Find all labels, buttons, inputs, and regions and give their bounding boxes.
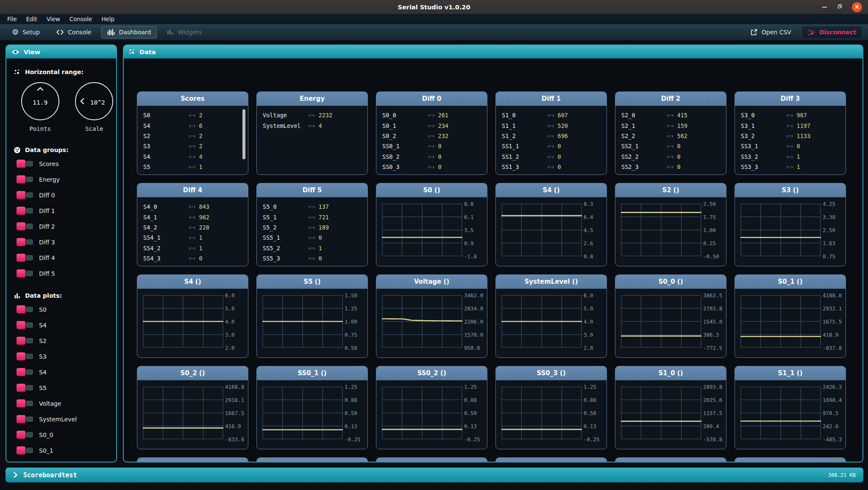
plot-grid: [621, 387, 701, 439]
plot-area: [262, 387, 343, 439]
toggle-switch[interactable]: [17, 384, 33, 392]
card-partial: S1_2 (): [137, 457, 248, 462]
card-body: S3_0‹··›967S3_1‹··›1197S3_2‹··›1133SS3_1…: [735, 106, 846, 174]
card-title: SS0_2 (): [417, 369, 446, 377]
scale-knob[interactable]: 10^2: [75, 82, 113, 120]
range-arrows-icon: ‹··›: [428, 133, 434, 139]
card-title: Diff 4: [183, 186, 202, 194]
dataset-label: Voltage: [263, 112, 308, 119]
scrollbar-thumb[interactable]: [242, 109, 245, 159]
plot-area: [621, 295, 701, 348]
toggle-switch[interactable]: [17, 352, 33, 360]
toggle-switch[interactable]: [17, 321, 33, 329]
card-body: 2893.82025.61157.5289.4-578.8: [615, 380, 726, 449]
window-controls: ×: [822, 0, 862, 14]
dataset-label: S4: [143, 122, 189, 129]
toggle-switch[interactable]: [17, 254, 33, 262]
card-title: SS1_1 (): [298, 461, 326, 462]
toggle-switch[interactable]: [17, 207, 33, 215]
close-button[interactable]: ×: [852, 2, 862, 12]
dataset-value: 0: [199, 255, 203, 262]
card-title: S1_1 (): [778, 369, 802, 377]
device-status-bar[interactable]: Scoreboardtest 308.21 KB: [6, 468, 863, 482]
switch-handle: [17, 368, 25, 376]
card-body: S0_0‹··›261S0_1‹··›234S0_2‹··›232SS0_1‹·…: [376, 106, 487, 174]
switch-track: [26, 239, 33, 245]
range-arrows-icon: ‹··›: [308, 224, 314, 231]
dataset-label: S2_2: [621, 133, 667, 139]
axis-tick-label: 1.25: [464, 384, 477, 390]
card-body: 6.05.04.03.02.0: [496, 289, 606, 357]
card-body: S2_0‹··›415S2_1‹··›159S2_2‹··›562SS2_1‹·…: [615, 106, 726, 174]
toggle-switch[interactable]: [17, 238, 33, 246]
card-group: Diff 3S3_0‹··›967S3_1‹··›1197S3_2‹··›113…: [734, 91, 846, 175]
toggle-label: Diff 4: [39, 255, 55, 261]
card-title: Diff 1: [542, 95, 561, 102]
card-title: S0_1 (): [778, 278, 802, 285]
toggle-switch[interactable]: [17, 431, 33, 439]
menu-console[interactable]: Console: [65, 16, 97, 22]
toggle-switch[interactable]: [17, 175, 33, 183]
menu-file[interactable]: File: [3, 16, 22, 22]
minimize-button[interactable]: [822, 7, 827, 8]
menu-help[interactable]: Help: [97, 16, 119, 22]
dataset-value: 1197: [797, 122, 811, 129]
toggle-switch[interactable]: [17, 337, 33, 345]
card-title: Diff 2: [661, 95, 680, 102]
plot-toggle-s0_1: S0_1: [17, 443, 116, 458]
dataset-value: 0: [677, 143, 681, 149]
card-title: Voltage (): [414, 278, 449, 285]
points-knob[interactable]: 11.9: [21, 82, 59, 120]
toggle-switch[interactable]: [17, 399, 33, 407]
range-arrows-icon: ‹··›: [189, 214, 195, 221]
axis-tick-label: 5.0: [225, 305, 235, 312]
toggle-label: SystemLevel: [39, 416, 77, 423]
plot-toggle-voltage: Voltage: [17, 396, 116, 411]
open-csv-button[interactable]: Open CSV: [744, 26, 797, 39]
card-header: S2_1 (): [735, 458, 846, 462]
axis-tick-label: 0.88: [345, 397, 357, 403]
group-toggle-energy: Energy: [17, 172, 116, 187]
card-header: Scores: [137, 92, 248, 106]
restore-button[interactable]: [836, 3, 843, 11]
disconnect-button[interactable]: Disconnect: [801, 26, 862, 39]
plot-grid: [501, 295, 582, 348]
range-arrows-icon: ‹··›: [547, 112, 554, 119]
toggle-switch[interactable]: [17, 269, 33, 277]
card-header: Diff 2: [615, 92, 726, 106]
range-arrows-icon: ‹··›: [428, 122, 434, 129]
plot-area: [501, 295, 582, 348]
toggle-switch[interactable]: [17, 305, 33, 313]
range-arrows-icon: ‹··›: [308, 214, 314, 221]
axis-tick-label: 0.50: [584, 410, 596, 416]
axis-ticks: 1.250.880.500.13-0.25: [464, 387, 485, 439]
range-arrows-icon: ‹··›: [667, 112, 673, 119]
toggle-switch[interactable]: [17, 368, 33, 376]
card-title: S5 (): [303, 278, 320, 285]
toggle-switch[interactable]: [17, 415, 33, 423]
card-header: S2_0 (): [615, 458, 726, 462]
plot-grid: [382, 204, 462, 256]
dataset-label: SS3_1: [741, 143, 786, 149]
toggle-switch[interactable]: [17, 446, 33, 454]
card-plot: S1_1 ()2426.31698.4970.5242.6-485.3: [734, 366, 846, 449]
toggle-switch[interactable]: [17, 222, 33, 230]
menu-edit[interactable]: Edit: [22, 16, 42, 22]
scale-knob-label: Scale: [85, 125, 103, 132]
setup-button[interactable]: ⚙ Setup: [6, 26, 46, 39]
card-header: S0 (): [376, 183, 487, 197]
axis-tick-label: 4168.8: [225, 384, 244, 390]
toolbar: ⚙ Setup Console Dashboard: [0, 24, 868, 40]
widgets-button[interactable]: Widgets: [161, 26, 208, 38]
axis-ticks: 6.05.04.03.02.0: [584, 295, 605, 348]
card-title: S4 (): [542, 186, 559, 194]
switch-handle: [17, 321, 25, 329]
toggle-switch[interactable]: [17, 160, 33, 168]
menu-view[interactable]: View: [42, 16, 65, 22]
axis-tick-label: 6.0: [225, 292, 235, 299]
console-button[interactable]: Console: [50, 26, 97, 38]
dashboard-button[interactable]: Dashboard: [101, 26, 157, 39]
card-plot: S0_1 ()4188.82932.11675.5418.9-837.8: [734, 274, 846, 358]
data-plots-section: Data plots:: [14, 292, 116, 299]
toggle-switch[interactable]: [17, 191, 33, 199]
